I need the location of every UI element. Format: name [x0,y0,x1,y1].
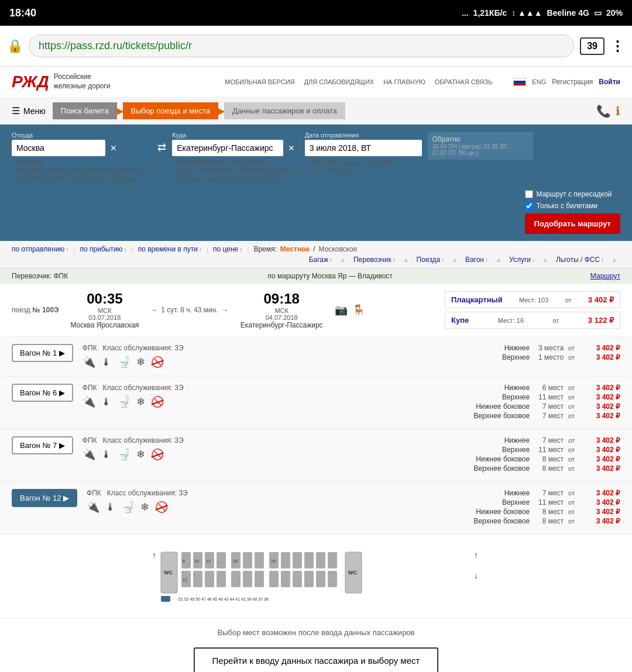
wagon-info-2: ФПК Класс обслуживания: 3Э 🔌 🌡 🚽 ❄ 🚫 [83,436,465,461]
filter-baggage[interactable]: Багаж [309,256,332,264]
filter-wagon[interactable]: Вагон [465,256,488,264]
continue-button[interactable]: Перейти к вводу данных пассажира и выбор… [194,647,439,672]
ticket-type-name-0: Плацкартный [451,295,503,304]
tickets-checkbox-label[interactable]: Только с билетами [525,202,620,210]
from-sugg-1[interactable]: МОСКВА КИЕВСКАЯ (КИЕВСКИЙ ВОКЗАЛ) [16,167,147,175]
seat-count: 11 мест [534,393,564,401]
svg-text:20: 20 [233,559,238,563]
seat-price-from: от [568,456,575,463]
arrow-right-icon: → [150,306,157,314]
svg-text:12: 12 [206,559,211,563]
flag-en[interactable]: ENG [532,78,546,85]
from-sugg-0[interactable]: МОСКВА [16,158,147,167]
date-input[interactable] [305,140,422,156]
svg-rect-31 [293,571,302,587]
wagon-button-3[interactable]: Вагон № 12 ▶ [12,489,77,507]
wagon-button-1[interactable]: Вагон № 6 ▶ [12,384,73,402]
sort-by-arrive[interactable]: по прибытию [80,245,127,253]
return-sub1: 30.04 ПН (завтра), 01.05 ВТ, [432,143,528,150]
wagon-amenities-3: 🔌 🌡 🚽 ❄ 🚫 [87,501,464,514]
seat-price: 3 402 ₽ [579,446,620,454]
accessibility-link[interactable]: ДЛЯ СЛАБОВИДЯЩИХ [304,78,375,85]
feedback-link[interactable]: ОБРАТНАЯ СВЯЗЬ [435,78,493,85]
wagon-seats-1: Нижнее 6 мест от 3 402 ₽ Верхнее 11 мест… [473,384,620,421]
ticket-types: Плацкартный Мест: 103 от 3 402 ₽ Купе Ме… [445,291,620,329]
time-local[interactable]: Местное [280,245,310,253]
wagon-button-0[interactable]: Вагон № 1 ▶ [12,344,73,362]
seat-count: 11 мест [534,498,564,506]
from-sugg-2[interactable]: ЕКАТЕРИНБУРГ-ПАССАЖИРС КАЗАНЬ [16,175,147,183]
seat-type: Верхнее боковое [473,517,530,525]
login-link[interactable]: Войти [599,78,620,86]
wagon-info-0: ФПК Класс обслуживания: 3Э 🔌 🌡 🚽 ❄ 🚫 [83,344,493,368]
to-input[interactable] [172,140,283,156]
lock-icon: 🔒 [7,39,23,54]
time-toggle: Время: Местное / Московское [253,245,357,253]
to-clear-button[interactable]: ✕ [286,143,297,153]
wagon-button-2[interactable]: Вагон № 7 ▶ [12,436,73,454]
to-sugg-2[interactable]: КАЗАНЬ АНАПА МОСКВА КАЗАНЬ [177,175,294,183]
tab-count[interactable]: 39 [580,37,604,55]
match-route-button[interactable]: Подобрать маршрут [525,213,620,234]
ticket-platzkart[interactable]: Плацкартный Мест: 103 от 3 402 ₽ [445,291,620,308]
url-bar[interactable]: https://pass.rzd.ru/tickets/public/r [29,35,574,57]
filter-services[interactable]: Услуги [509,256,535,264]
signal-icon: ↕ ▲▲▲ [511,8,542,18]
step3-button[interactable]: Данные пассажиров и оплата [224,102,345,119]
register-link[interactable]: Регистрация [552,78,593,86]
filter-carrier[interactable]: Перевозчик [353,256,396,264]
seat-row: Нижнее 3 места от 3 402 ₽ [502,344,620,352]
tickets-checkbox[interactable] [525,202,533,210]
home-link[interactable]: НА ГЛАВНУЮ [383,78,425,85]
to-sugg-1[interactable]: САНКТ-ПЕТЕРБУРГ НОВОРОССИЙСК [177,167,294,175]
flag-ru[interactable] [513,78,526,86]
amenity-ac: ❄ [136,448,145,461]
filter-benefits[interactable]: Льготы / ФСС [556,256,604,264]
ticket-price-0: 3 402 ₽ [588,295,614,304]
menu-label: Меню [23,106,46,116]
arrive-time: 09:18 [241,291,323,307]
route-checkbox-label[interactable]: Маршрут с пересадкой [525,190,620,198]
seat-price-from: от [568,384,575,391]
info-icon[interactable]: ℹ [616,104,620,118]
seat-type: Нижнее [504,436,530,444]
wagon-info-3: ФПК Класс обслуживания: 3Э 🔌 🌡 🚽 ❄ 🚫 [87,489,464,514]
return-field[interactable]: Обратно 30.04 ПН (завтра), 01.05 ВТ, 27.… [428,132,533,160]
route-checkbox[interactable] [525,190,533,198]
to-sugg-0[interactable]: ЕКАТЕРИНБУРГ-ПАССАЖИРС [177,158,294,167]
seat-price: 3 402 ₽ [579,393,620,401]
phone-icon[interactable]: 📞 [596,104,611,118]
svg-text:24: 24 [271,559,276,563]
return-field-group: Обратно 30.04 ПН (завтра), 01.05 ВТ, 27.… [428,132,533,160]
wagon-sections: Вагон № 1 ▶ ФПК Класс обслуживания: 3Э 🔌… [0,337,632,535]
svg-rect-9 [205,571,214,587]
wagon-seats-3: Нижнее 7 мест от 3 402 ₽ Верхнее 11 мест… [473,489,620,526]
train-number-label: поезд № 100Э [12,306,59,314]
wagon-info-1: ФПК Класс обслуживания: 3Э 🔌 🌡 🚽 ❄ 🚫 [83,384,465,408]
swap-icon[interactable]: ⇄ [157,141,166,154]
main-page: РЖД Российские железные дороги МОБИЛЬНАЯ… [0,67,632,672]
filter-train[interactable]: Поезда [417,256,445,264]
from-clear-button[interactable]: ✕ [108,143,119,153]
svg-rect-10 [217,571,226,587]
svg-rect-32 [304,571,314,587]
from-input[interactable] [12,140,105,156]
ticket-coupe[interactable]: Купе Мест: 16 от 3 122 ₽ [445,312,620,329]
arrive-label: МСК [241,307,323,314]
step1-button[interactable]: Поиск билета [53,102,117,119]
route-link[interactable]: Маршрут [590,272,620,280]
seat-price: 3 402 ₽ [579,402,620,411]
menu-toggle[interactable]: ☰ Меню [12,105,46,116]
sort-by-travel[interactable]: по времени в пути [138,245,202,253]
svg-text:...: ... [218,559,221,563]
train-arrive: 09:18 МСК 04.07.2018 Екатеринбург-Пассаж… [241,291,323,329]
from-label: Откуда [12,132,152,139]
mobile-link[interactable]: МОБИЛЬНАЯ ВЕРСИЯ [225,78,294,85]
seat-row: Нижнее 7 мест от 3 402 ₽ [473,489,620,497]
sort-by-depart[interactable]: по отправлению [12,245,68,253]
sort-by-price[interactable]: по цене [213,245,242,253]
time-moscow[interactable]: Московское [319,245,358,253]
step2-button[interactable]: Выбор поезда и места [123,102,218,119]
svg-rect-25 [293,552,302,568]
browser-menu-icon[interactable]: ⋮ [610,38,625,54]
